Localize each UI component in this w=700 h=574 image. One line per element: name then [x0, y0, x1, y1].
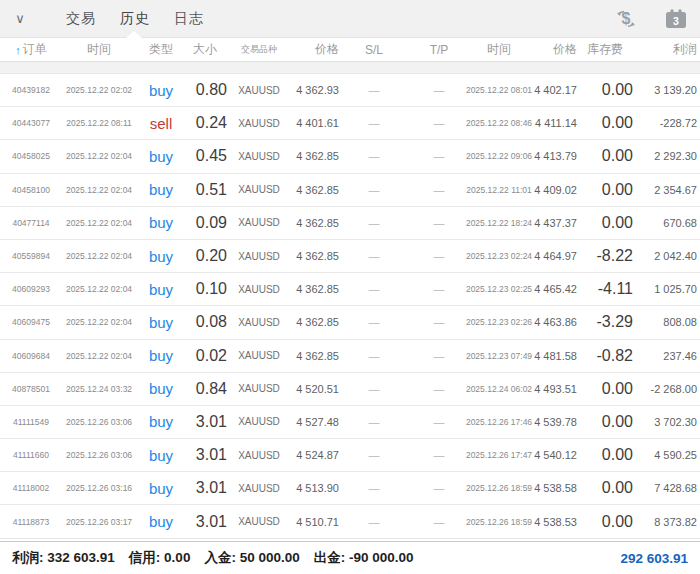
cell-price_open: 4 362.85 — [291, 283, 339, 295]
cell-type: sell — [139, 115, 183, 132]
header-swap[interactable]: 库存费 — [577, 41, 633, 58]
cell-price_close: 4 409.02 — [529, 184, 577, 196]
cell-volume: 0.84 — [183, 380, 227, 398]
cell-sl: — — [339, 117, 409, 129]
header-close-time[interactable]: 时间 — [469, 41, 529, 58]
cell-sl: — — [339, 184, 409, 196]
cell-type: buy — [139, 248, 183, 265]
cell-price_open: 4 401.61 — [291, 117, 339, 129]
header-stop-loss[interactable]: S/L — [339, 43, 409, 57]
table-row[interactable]: 404391822025.12.22 02:02buy0.80XAUUSD4 3… — [0, 74, 700, 107]
cell-sl: — — [339, 416, 409, 428]
cell-order: 40439182 — [3, 85, 59, 95]
cell-order: 40458100 — [3, 185, 59, 195]
tab-history[interactable]: 历史 — [120, 10, 150, 28]
cell-swap: -0.82 — [577, 347, 633, 365]
cell-type: buy — [139, 82, 183, 99]
tab-trade[interactable]: 交易 — [66, 10, 96, 28]
cell-order: 40609475 — [3, 317, 59, 327]
table-row[interactable]: 406092932025.12.22 02:04buy0.10XAUUSD4 3… — [0, 273, 700, 306]
header-symbol[interactable]: 交易品种 — [227, 43, 291, 56]
cell-swap: 0.00 — [577, 114, 633, 132]
table-row[interactable]: 411188732025.12.26 03:17buy3.01XAUUSD4 5… — [0, 505, 700, 538]
calendar-icon[interactable]: 3 — [664, 8, 688, 30]
cell-order: 40458025 — [3, 151, 59, 161]
funds-transfer-icon[interactable]: $ — [614, 7, 638, 31]
tab-strip: 交易 历史 日志 — [66, 10, 204, 28]
tab-journal[interactable]: 日志 — [174, 10, 204, 28]
cell-order: 40559894 — [3, 251, 59, 261]
header-open-price[interactable]: 价格 — [291, 41, 339, 58]
cell-tp: — — [409, 516, 469, 528]
active-tab-notch — [126, 31, 142, 38]
cell-type: buy — [139, 513, 183, 530]
table-header-row: ↑ 订单 时间 类型 大小 交易品种 价格 S/L T/P 时间 价格 库存费 … — [0, 38, 700, 62]
cell-type: buy — [139, 148, 183, 165]
cell-symbol: XAUUSD — [227, 516, 291, 527]
cell-sl: — — [339, 84, 409, 96]
calendar-badge-count: 3 — [673, 14, 679, 26]
cell-time_close: 2025.12.26 17:47 — [469, 450, 529, 460]
cell-price_open: 4 520.51 — [291, 383, 339, 395]
table-row[interactable]: 406094752025.12.22 02:04buy0.08XAUUSD4 3… — [0, 306, 700, 339]
cell-profit: 7 428.68 — [633, 482, 697, 494]
cell-volume: 3.01 — [183, 513, 227, 531]
cell-time_open: 2025.12.26 03:17 — [59, 517, 139, 527]
cell-time_close: 2025.12.24 06:02 — [469, 384, 529, 394]
table-row[interactable]: 404430772025.12.22 08:11sell0.24XAUUSD4 … — [0, 107, 700, 140]
cell-volume: 0.02 — [183, 347, 227, 365]
cell-type: buy — [139, 413, 183, 430]
header-volume[interactable]: 大小 — [183, 41, 227, 58]
table-row[interactable]: 405598942025.12.22 02:04buy0.20XAUUSD4 3… — [0, 240, 700, 273]
table-row[interactable]: 404580252025.12.22 02:04buy0.45XAUUSD4 3… — [0, 140, 700, 173]
table-row[interactable]: 404581002025.12.22 02:04buy0.51XAUUSD4 3… — [0, 174, 700, 207]
cell-swap: 0.00 — [577, 380, 633, 398]
cell-tp: — — [409, 482, 469, 494]
table-row[interactable]: 411116602025.12.26 03:06buy3.01XAUUSD4 5… — [0, 439, 700, 472]
table-row[interactable]: 411180022025.12.26 03:16buy3.01XAUUSD4 5… — [0, 472, 700, 505]
cell-price_close: 4 463.86 — [529, 316, 577, 328]
cell-price_close: 4 437.37 — [529, 217, 577, 229]
cell-profit: 808.08 — [633, 316, 697, 328]
cell-price_close: 4 493.51 — [529, 383, 577, 395]
cell-price_open: 4 524.87 — [291, 449, 339, 461]
cell-swap: 0.00 — [577, 513, 633, 531]
cell-volume: 0.09 — [183, 214, 227, 232]
header-take-profit[interactable]: T/P — [409, 43, 469, 57]
cell-time_open: 2025.12.22 02:04 — [59, 351, 139, 361]
header-close-price[interactable]: 价格 — [529, 41, 577, 58]
cell-profit: 2 042.40 — [633, 250, 697, 262]
cell-price_close: 4 411.14 — [529, 117, 577, 129]
table-row[interactable]: 408785012025.12.24 03:32buy0.84XAUUSD4 5… — [0, 373, 700, 406]
header-open-time[interactable]: 时间 — [59, 41, 139, 58]
header-order[interactable]: ↑ 订单 — [3, 41, 59, 58]
cell-volume: 0.20 — [183, 247, 227, 265]
cell-time_close: 2025.12.26 17:46 — [469, 417, 529, 427]
cell-order: 41111549 — [3, 417, 59, 427]
chevron-down-icon[interactable]: ∨ — [0, 11, 40, 26]
header-type[interactable]: 类型 — [139, 41, 183, 58]
table-row[interactable]: 406096842025.12.22 02:04buy0.02XAUUSD4 3… — [0, 340, 700, 373]
cell-time_open: 2025.12.22 02:04 — [59, 185, 139, 195]
cell-type: buy — [139, 181, 183, 198]
cell-tp: — — [409, 383, 469, 395]
table-row[interactable]: 404771142025.12.22 02:04buy0.09XAUUSD4 3… — [0, 207, 700, 240]
table-row-partial[interactable] — [0, 62, 700, 74]
history-screen: ∨ 交易 历史 日志 $ 3 — [0, 0, 700, 574]
cell-volume: 3.01 — [183, 446, 227, 464]
cell-time_close: 2025.12.26 18:59 — [469, 517, 529, 527]
cell-order: 40443077 — [3, 118, 59, 128]
cell-time_close: 2025.12.23 02:25 — [469, 284, 529, 294]
cell-volume: 0.08 — [183, 313, 227, 331]
cell-order: 40477114 — [3, 218, 59, 228]
cell-volume: 0.10 — [183, 280, 227, 298]
cell-swap: -4.11 — [577, 280, 633, 298]
cell-sl: — — [339, 150, 409, 162]
cell-profit: 8 373.82 — [633, 516, 697, 528]
cell-price_open: 4 527.48 — [291, 416, 339, 428]
table-row[interactable]: 411115492025.12.26 03:06buy3.01XAUUSD4 5… — [0, 406, 700, 439]
header-profit[interactable]: 利润 — [633, 41, 697, 58]
cell-symbol: XAUUSD — [227, 350, 291, 361]
cell-order: 41118873 — [3, 517, 59, 527]
cell-price_open: 4 362.93 — [291, 84, 339, 96]
